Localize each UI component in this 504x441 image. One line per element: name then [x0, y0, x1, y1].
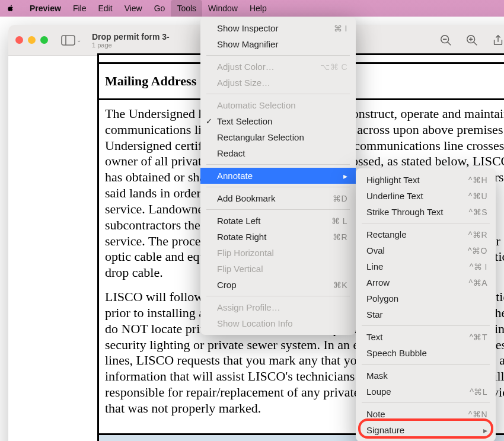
menu-rectangular-selection[interactable]: Rectangular Selection: [200, 129, 356, 145]
menu-divider: [362, 223, 490, 223]
menu-flip-vertical: Flip Vertical: [200, 261, 356, 277]
svg-line-3: [448, 42, 451, 46]
menu-crop[interactable]: Crop ⌘K: [200, 277, 356, 293]
menu-automatic-selection: Automatic Selection: [200, 97, 356, 113]
menu-label: Underline Text: [366, 191, 423, 201]
submenu-arrow[interactable]: Arrow ^⌘A: [356, 274, 496, 290]
menubar-edit[interactable]: Edit: [92, 0, 119, 17]
check-icon: ✓: [206, 117, 212, 126]
apple-menu-icon[interactable]: [6, 4, 15, 13]
menu-show-inspector[interactable]: Show Inspector ⌘ I: [200, 20, 356, 36]
menu-label: Strike Through Text: [366, 207, 444, 217]
submenu-text[interactable]: Text ^⌘T: [356, 329, 496, 345]
menu-label: Rotate Left: [217, 216, 260, 226]
submenu-polygon[interactable]: Polygon: [356, 290, 496, 306]
toolbar-right: ⌄: [439, 25, 504, 56]
menu-add-bookmark[interactable]: Add Bookmark ⌘D: [200, 190, 356, 206]
menu-label: Speech Bubble: [366, 348, 427, 358]
submenu-note[interactable]: Note ^⌘N: [356, 406, 496, 422]
svg-rect-0: [62, 36, 75, 45]
menu-divider: [362, 325, 490, 326]
submenu-underline-text[interactable]: Underline Text ^⌘U: [356, 188, 496, 204]
sidebar-toggle[interactable]: ⌄: [59, 33, 84, 48]
menu-redact[interactable]: Redact: [200, 145, 356, 161]
menu-label: Flip Vertical: [217, 264, 263, 274]
submenu-oval[interactable]: Oval ^⌘O: [356, 242, 496, 258]
menu-label: Rectangular Selection: [217, 132, 304, 142]
menu-label: Show Magnifier: [217, 39, 278, 49]
submenu-signature[interactable]: Signature ▸: [356, 422, 496, 438]
submenu-speech-bubble[interactable]: Speech Bubble: [356, 345, 496, 361]
menu-label: Arrow: [366, 277, 390, 287]
menu-label: Automatic Selection: [217, 100, 296, 110]
menu-label: Annotate: [217, 171, 253, 181]
menu-label: Redact: [217, 148, 245, 158]
menu-label: Adjust Color…: [217, 62, 275, 72]
shortcut: ^⌘S: [469, 207, 487, 217]
zoom-in-icon[interactable]: [465, 33, 479, 47]
menu-rotate-left[interactable]: Rotate Left ⌘ L: [200, 213, 356, 229]
menu-label: Note: [366, 409, 385, 419]
menu-adjust-color: Adjust Color… ⌥⌘ C: [200, 59, 356, 75]
shortcut: ^⌘L: [470, 387, 487, 397]
submenu-strike-through[interactable]: Strike Through Text ^⌘S: [356, 204, 496, 220]
minimize-button[interactable]: [28, 36, 36, 44]
tools-menu: Show Inspector ⌘ I Show Magnifier Adjust…: [200, 17, 356, 335]
menu-flip-horizontal: Flip Horizontal: [200, 245, 356, 261]
shortcut: ^⌘U: [468, 191, 487, 201]
menubar-window[interactable]: Window: [202, 0, 244, 17]
menu-show-magnifier[interactable]: Show Magnifier: [200, 36, 356, 52]
menu-label: Mask: [366, 370, 388, 381]
menu-annotate[interactable]: Annotate ▸: [200, 168, 356, 184]
menu-divider: [206, 55, 350, 56]
menubar-view[interactable]: View: [119, 0, 148, 17]
submenu-mask[interactable]: Mask: [356, 368, 496, 384]
menu-show-location-info: Show Location Info: [200, 315, 356, 331]
shortcut: ^⌘A: [469, 278, 487, 287]
submenu-arrow-icon: ▸: [343, 171, 347, 181]
shortcut: ⌘D: [333, 194, 347, 203]
menu-divider: [206, 209, 350, 210]
menubar-file[interactable]: File: [67, 0, 92, 17]
zoom-out-icon[interactable]: [439, 33, 453, 47]
share-icon[interactable]: [491, 33, 504, 47]
close-button[interactable]: [15, 36, 23, 44]
menu-label: Show Inspector: [217, 23, 278, 33]
document-title: Drop permit form 3-: [92, 32, 170, 41]
document-page-count: 1 page: [92, 41, 170, 49]
svg-line-6: [474, 42, 477, 46]
menu-rotate-right[interactable]: Rotate Right ⌘R: [200, 229, 356, 245]
menu-label: Assign Profile…: [217, 302, 280, 312]
traffic-lights: [15, 36, 48, 44]
shortcut: ⌘ L: [331, 216, 347, 226]
menu-divider: [206, 94, 350, 94]
submenu-loupe[interactable]: Loupe ^⌘L: [356, 384, 496, 400]
submenu-line[interactable]: Line ^⌘ I: [356, 258, 496, 274]
shortcut: ⌥⌘ C: [320, 62, 347, 72]
menu-label: Polygon: [366, 293, 398, 303]
menu-label: Flip Horizontal: [217, 248, 274, 258]
annotate-submenu: Highlight Text ^⌘H Underline Text ^⌘U St…: [356, 168, 496, 441]
menubar-go[interactable]: Go: [148, 0, 171, 17]
submenu-rectangle[interactable]: Rectangle ^⌘R: [356, 226, 496, 242]
menu-label: Add Bookmark: [217, 193, 275, 203]
menu-divider: [362, 402, 490, 403]
menubar-help[interactable]: Help: [244, 0, 273, 17]
shortcut: ^⌘H: [468, 175, 487, 185]
menu-label: Show Location Info: [217, 318, 293, 328]
menu-label: Adjust Size…: [217, 78, 270, 88]
submenu-star[interactable]: Star: [356, 306, 496, 322]
menu-label: Text Selection: [217, 116, 272, 126]
menu-label: Rectangle: [366, 229, 407, 239]
shortcut: ⌘ I: [334, 24, 347, 33]
menu-divider: [206, 187, 350, 187]
zoom-button[interactable]: [40, 36, 48, 44]
menu-text-selection[interactable]: ✓ Text Selection: [200, 113, 356, 129]
shortcut: ^⌘T: [469, 333, 487, 342]
menubar-app-name[interactable]: Preview: [24, 0, 67, 17]
menu-assign-profile: Assign Profile…: [200, 299, 356, 315]
menubar-tools[interactable]: Tools: [171, 0, 202, 17]
submenu-highlight-text[interactable]: Highlight Text ^⌘H: [356, 172, 496, 188]
window-title-block: Drop permit form 3- 1 page: [92, 32, 170, 49]
shortcut: ^⌘N: [468, 410, 487, 419]
